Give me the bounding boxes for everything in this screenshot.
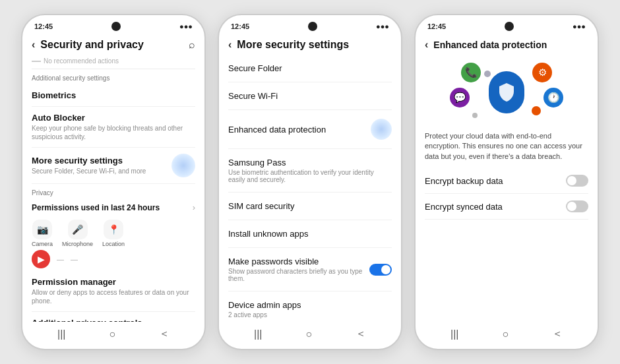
nav-back-1[interactable]: ＜ (159, 327, 170, 341)
enhanced-data-item[interactable]: Enhanced data protection (228, 110, 392, 149)
section-additional-label: Additional security settings (32, 75, 195, 82)
passwords-toggle[interactable] (369, 264, 392, 276)
no-rec-banner: No recommended actions (32, 55, 195, 66)
ripple-icon-2 (371, 119, 392, 140)
time-2: 12:45 (231, 22, 249, 30)
camera-perm: 📷 Camera (32, 220, 53, 247)
microphone-icon: 🎤 (68, 220, 88, 239)
status-icons-3: ●●● (573, 22, 586, 30)
app-icon-red: ▶ (32, 250, 50, 268)
notch-1 (111, 22, 121, 31)
encrypt-synced-row[interactable]: Encrypt synced data (425, 194, 588, 220)
top-bar-3: 12:45 ●●● (416, 15, 598, 34)
phone1-bottom: ||| ○ ＜ (22, 322, 204, 349)
phone2-bottom: ||| ○ ＜ (219, 322, 401, 349)
clock-icon: 🕐 (543, 88, 563, 107)
nav-menu-3[interactable]: ||| (450, 328, 458, 340)
phone-2: 12:45 ●●● ‹ More security settings Secur… (218, 14, 402, 350)
status-icons-2: ●●● (376, 22, 389, 30)
microphone-perm: 🎤 Microphone (62, 220, 93, 247)
phone1-content: ‹ Security and privacy ⌕ No recommended … (22, 34, 204, 322)
shield-icon (489, 71, 524, 113)
gray-dot-2 (472, 113, 478, 118)
phone2-header: ‹ More security settings (219, 34, 401, 55)
gray-dot-1 (484, 71, 491, 77)
notch-3 (505, 22, 514, 31)
location-perm: 📍 Location (102, 220, 125, 247)
nav-home-1[interactable]: ○ (109, 328, 115, 340)
additional-privacy-item[interactable]: Additional privacy controls Control acce… (32, 312, 195, 322)
permission-manager-item[interactable]: Permission manager Allow or deny apps to… (32, 271, 195, 312)
encrypt-backup-toggle[interactable] (566, 175, 588, 187)
status-icons-1: ●●● (179, 22, 193, 30)
dash-icon (32, 61, 41, 62)
secure-wifi-item[interactable]: Secure Wi-Fi (228, 82, 392, 110)
dash-2: — (71, 255, 78, 268)
nav-back-2[interactable]: ＜ (356, 327, 366, 341)
phone-icon: 📞 (461, 63, 481, 82)
search-icon-1[interactable]: ⌕ (189, 39, 195, 51)
phone1-scroll: No recommended actions Additional securi… (22, 55, 204, 322)
sim-security-item[interactable]: SIM card security (228, 193, 392, 220)
phone3-title: ‹ Enhanced data protection (425, 39, 547, 51)
phone-3: 12:45 ●●● ‹ Enhanced data protection 📞 💬… (414, 14, 599, 350)
biometrics-item[interactable]: Biometrics (32, 84, 195, 107)
settings-icon: ⚙ (532, 63, 552, 82)
phone-1: 12:45 ●●● ‹ Security and privacy ⌕ No re… (21, 14, 206, 350)
back-icon-1[interactable]: ‹ (32, 39, 35, 51)
make-passwords-item[interactable]: Make passwords visible Show password cha… (228, 248, 392, 291)
orange-dot-1 (532, 106, 541, 115)
perm-badges-row: ▶ — — (32, 250, 195, 268)
divider-1 (32, 69, 195, 69)
nav-home-3[interactable]: ○ (502, 328, 509, 340)
back-icon-3[interactable]: ‹ (425, 39, 428, 51)
top-bar-1: 12:45 ●●● (22, 15, 204, 34)
notch-2 (308, 22, 317, 31)
samsung-pass-item[interactable]: Samsung Pass Use biometric authenticatio… (228, 149, 392, 193)
back-icon-2[interactable]: ‹ (228, 39, 232, 51)
phone3-header: ‹ Enhanced data protection (416, 34, 598, 55)
nav-back-3[interactable]: ＜ (552, 327, 563, 341)
perm-icons-row: 📷 Camera 🎤 Microphone 📍 Location (32, 220, 195, 247)
edp-illustration: 📞 💬 ⚙ 🕐 (425, 55, 588, 127)
more-security-item[interactable]: More security settings Secure Folder, Se… (32, 148, 195, 184)
chevron-right-icon: › (193, 202, 195, 212)
encrypt-backup-row[interactable]: Encrypt backup data (425, 168, 588, 194)
ripple-icon-1 (171, 154, 195, 177)
location-icon: 📍 (104, 220, 123, 239)
encrypt-synced-toggle[interactable] (566, 200, 588, 212)
section-privacy-label: Privacy (32, 189, 195, 197)
nav-home-2[interactable]: ○ (305, 328, 312, 340)
install-unknown-item[interactable]: Install unknown apps (228, 220, 392, 248)
edp-description: Protect your cloud data with end-to-end … (425, 131, 588, 162)
phone2-content: ‹ More security settings Secure Folder S… (219, 34, 401, 322)
phone3-content: ‹ Enhanced data protection 📞 💬 ⚙ 🕐 (416, 34, 598, 322)
nav-menu-1[interactable]: ||| (57, 328, 65, 340)
secure-folder-item[interactable]: Secure Folder (228, 55, 392, 82)
phone1-header: ‹ Security and privacy ⌕ (22, 34, 204, 55)
phone2-title: ‹ More security settings (228, 39, 349, 51)
camera-icon: 📷 (32, 220, 52, 239)
auto-blocker-item[interactable]: Auto Blocker Keep your phone safe by blo… (32, 107, 195, 148)
phone3-bottom: ||| ○ ＜ (416, 322, 598, 349)
device-admin-item[interactable]: Device admin apps 2 active apps (228, 291, 392, 322)
permissions-row[interactable]: Permissions used in last 24 hours › (32, 199, 195, 216)
dash-1: — (57, 255, 64, 268)
time-3: 12:45 (427, 22, 446, 30)
top-bar-2: 12:45 ●●● (219, 15, 401, 34)
phone3-scroll: 📞 💬 ⚙ 🕐 Pro (416, 55, 598, 322)
phone2-scroll: Secure Folder Secure Wi-Fi Enhanced data… (219, 55, 401, 322)
phone1-title: ‹ Security and privacy (32, 39, 144, 51)
time-1: 12:45 (34, 22, 53, 30)
nav-menu-2[interactable]: ||| (254, 328, 262, 340)
chat-icon: 💬 (450, 88, 470, 107)
